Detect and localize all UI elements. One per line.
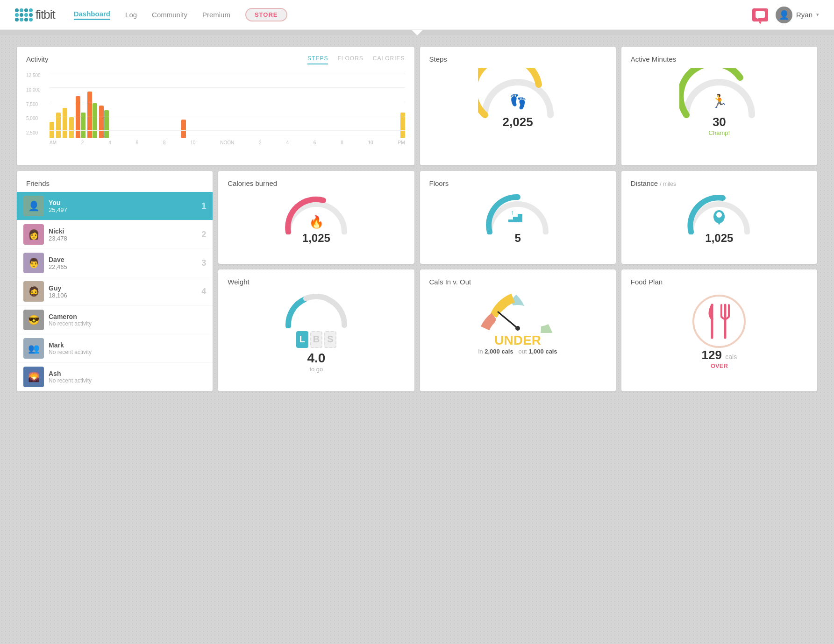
x-label-pm: PM xyxy=(398,140,405,145)
calories-title: Calories burned xyxy=(228,179,277,187)
food-plan-svg xyxy=(689,291,749,352)
food-plan-title: Food Plan xyxy=(631,278,663,286)
friend-name-guy: Guy xyxy=(49,284,190,292)
logo-dots xyxy=(15,8,33,21)
active-arc-svg: 🏃 xyxy=(679,68,759,120)
food-plan-unit: cals xyxy=(725,353,737,361)
friend-rank-you: 1 xyxy=(195,201,206,211)
weight-card: Weight L B S 4.0 to go xyxy=(218,269,414,392)
x-label-2: 2 xyxy=(81,140,84,145)
store-button[interactable]: STORE xyxy=(245,8,287,21)
activity-chart: 12,500 10,000 7,500 5,000 2,500 xyxy=(26,73,405,157)
friend-name-you: You xyxy=(49,199,190,206)
food-plan-gauge: 129 cals OVER xyxy=(631,286,808,374)
x-label-10: 10 xyxy=(190,140,195,145)
chart-tabs: STEPS FLOORS CALORIES xyxy=(307,55,405,64)
friend-avatar-guy: 🧔 xyxy=(23,281,44,302)
chevron-down-icon: ▾ xyxy=(816,12,819,18)
steps-title: Steps xyxy=(429,55,447,63)
y-label-12500: 12,500 xyxy=(26,73,41,78)
cals-gauge-container: UNDER in 2,000 cals out 1,000 cals xyxy=(429,286,606,360)
active-minutes-card: Active Minutes 🏃 30 Champ! xyxy=(621,47,817,165)
food-plan-value: 129 cals xyxy=(702,348,737,362)
friend-steps-you: 25,497 xyxy=(49,206,190,213)
distance-gauge: 1,025 xyxy=(631,188,808,249)
nav-community[interactable]: Community xyxy=(152,11,187,19)
friend-info-dave: Dave 22,465 xyxy=(49,256,190,270)
weight-letters: L B S xyxy=(296,331,336,348)
svg-rect-4 xyxy=(513,217,518,222)
x-label-6: 6 xyxy=(136,140,139,145)
friend-info-nicki: Nicki 23,478 xyxy=(49,227,190,242)
weight-arc-svg xyxy=(284,291,349,328)
x-label-6pm: 6 xyxy=(314,140,316,145)
friend-steps-nicki: 23,478 xyxy=(49,235,190,242)
friend-item-cameron[interactable]: 😎 Cameron No recent activity xyxy=(17,306,213,334)
friend-info-ash: Ash No recent activity xyxy=(49,370,206,384)
floors-title: Floors xyxy=(429,179,449,187)
friends-card: Friends 👤 You 25,497 1 👩 Nicki 23,478 2 xyxy=(17,171,213,391)
nav-dashboard[interactable]: Dashboard xyxy=(74,10,110,20)
y-label-7500: 7,500 xyxy=(26,102,38,107)
svg-point-13 xyxy=(693,296,745,347)
dashboard-grid: Activity STEPS FLOORS CALORIES xyxy=(17,47,817,391)
friend-rank-dave: 3 xyxy=(195,258,206,268)
food-plan-status: OVER xyxy=(711,362,728,369)
active-minutes-title: Active Minutes xyxy=(631,55,677,63)
distance-title: Distance / miles xyxy=(631,179,676,187)
x-label-am: AM xyxy=(50,140,57,145)
weight-gauge: L B S 4.0 to go xyxy=(228,286,405,377)
cals-inout-card: Cals In v. Out xyxy=(420,269,616,392)
svg-point-12 xyxy=(515,326,520,331)
active-minutes-sub: Champ! xyxy=(709,129,730,136)
nav-log[interactable]: Log xyxy=(125,11,137,19)
messages-icon[interactable] xyxy=(752,8,768,21)
weight-title: Weight xyxy=(228,278,249,286)
friend-item-mark[interactable]: 👥 Mark No recent activity xyxy=(17,334,213,363)
active-minutes-gauge: 🏃 30 Champ! xyxy=(631,64,808,141)
floors-card: Floors ↑ 5 xyxy=(420,171,616,264)
friend-item-you[interactable]: 👤 You 25,497 1 xyxy=(17,192,213,220)
x-label-2pm: 2 xyxy=(259,140,262,145)
y-label-5000: 5,000 xyxy=(26,116,38,121)
user-name-label: Ryan xyxy=(796,11,813,19)
y-label-10000: 10,000 xyxy=(26,87,41,92)
logo[interactable]: fitbit xyxy=(15,7,55,22)
svg-point-8 xyxy=(716,212,722,218)
friend-item-ash[interactable]: 🌄 Ash No recent activity xyxy=(17,363,213,391)
friends-title: Friends xyxy=(17,171,213,192)
x-label-4: 4 xyxy=(108,140,111,145)
floors-value: 5 xyxy=(514,232,520,245)
distance-card: Distance / miles 1,025 xyxy=(621,171,817,264)
svg-text:↑: ↑ xyxy=(511,209,514,216)
x-label-4pm: 4 xyxy=(286,140,289,145)
nav-links: Dashboard Log Community Premium STORE xyxy=(74,8,752,21)
friend-item-dave[interactable]: 👨 Dave 22,465 3 xyxy=(17,249,213,277)
friend-name-ash: Ash xyxy=(49,370,206,377)
cals-status: UNDER xyxy=(494,333,541,348)
user-menu[interactable]: 👤 Ryan ▾ xyxy=(776,7,819,23)
friend-avatar-dave: 👨 xyxy=(23,253,44,273)
friend-name-cameron: Cameron xyxy=(49,313,206,320)
x-label-8: 8 xyxy=(163,140,166,145)
nav-premium[interactable]: Premium xyxy=(202,11,230,19)
cals-in-val: 2,000 cals xyxy=(485,348,513,355)
tab-steps[interactable]: STEPS xyxy=(307,55,328,64)
cals-inout-title: Cals In v. Out xyxy=(429,278,471,286)
x-label-10pm: 10 xyxy=(368,140,373,145)
friend-avatar-ash: 🌄 xyxy=(23,367,44,387)
friend-item-guy[interactable]: 🧔 Guy 18,106 4 xyxy=(17,277,213,306)
friend-avatar-cameron: 😎 xyxy=(23,310,44,330)
floors-arc-svg: ↑ xyxy=(485,192,550,234)
friend-noactivity-cameron: No recent activity xyxy=(49,320,206,327)
friend-info-mark: Mark No recent activity xyxy=(49,341,206,355)
friend-steps-dave: 22,465 xyxy=(49,263,190,270)
friend-item-nicki[interactable]: 👩 Nicki 23,478 2 xyxy=(17,220,213,249)
weight-l: L xyxy=(296,331,308,348)
tab-calories[interactable]: CALORIES xyxy=(373,55,405,64)
friend-info-you: You 25,497 xyxy=(49,199,190,213)
calories-arc-svg: 🔥 xyxy=(284,192,349,234)
y-label-2500: 2,500 xyxy=(26,130,38,135)
tab-floors[interactable]: FLOORS xyxy=(337,55,363,64)
food-plan-card: Food Plan 129 cals OV xyxy=(621,269,817,392)
